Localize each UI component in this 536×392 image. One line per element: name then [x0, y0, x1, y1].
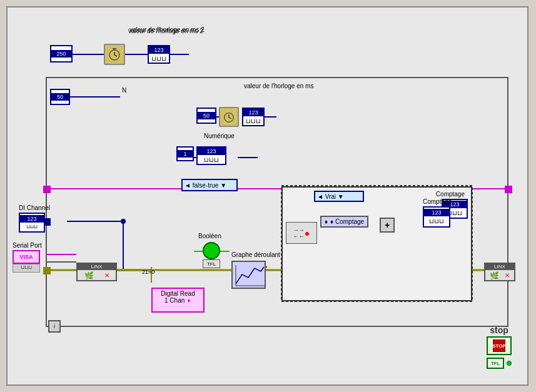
linx-close-x: ✕ [505, 272, 510, 279]
stop-tfl-display: TFL [487, 358, 504, 369]
linx-close-block[interactable]: LINX 🌿 ✕ [484, 263, 515, 281]
di-channel-block[interactable]: 123 ⊔⊔⊔ [19, 213, 45, 233]
linx-icon-stop: ✕ [104, 272, 109, 279]
comptage-display-outer: 123 ⊔⊔⊔ [423, 206, 450, 228]
serial-port-label: Serial Port [13, 242, 42, 249]
n-label: N [122, 87, 126, 94]
iteration-terminal: i [48, 320, 61, 333]
linx-open-block[interactable]: LINX 🌿 ✕ [76, 263, 117, 281]
value-21-0: 21=0 [142, 269, 154, 275]
boolean-indicator [203, 242, 220, 259]
svg-rect-23 [43, 267, 51, 274]
di-channel-label: DI Channel [19, 204, 50, 211]
visa-label: VISA [19, 254, 33, 260]
false-true-selector[interactable]: ◄ false-true ▼ [181, 179, 238, 191]
comptage-node-label: ♦ Comptage [330, 218, 364, 225]
constant-50-outer: 50 [50, 89, 70, 105]
iter-i-label: i [54, 323, 55, 329]
label-horloge-ms: valeur de l'horloge en ms [244, 83, 313, 89]
constant-50-inner: 50 [196, 108, 216, 124]
linx-close-icon: 🌿 [490, 271, 499, 280]
stop-label: stop [490, 325, 508, 335]
visa-block[interactable]: VISA [13, 250, 40, 264]
diagram-area: valeur de l'horloge en ms 2 250 123 ⊔⊔⊔ … [6, 6, 528, 386]
stop-button-area[interactable]: stop STOP TFL [487, 325, 512, 369]
serial-port-val: ⊔⊔⊔ [13, 264, 40, 273]
comptage-label-outer: Comptage [423, 198, 452, 205]
comptage-node-icon: ♦ [325, 218, 328, 225]
constant-250-label: 250 [51, 50, 71, 58]
digital-read-block[interactable]: Digital Read1 Chan ▼ [151, 288, 205, 313]
num-display-numerique: 123 ⊔⊔⊔ [196, 146, 226, 165]
svg-rect-22 [505, 186, 512, 193]
boolean-tfl: TFL [203, 259, 220, 268]
timer-block-inner[interactable] [219, 107, 239, 127]
svg-rect-21 [43, 186, 51, 193]
booleen-label: Booléen [198, 233, 221, 239]
label-horloge2: valeur de l'horloge en ms 2 [128, 28, 203, 34]
constant-1: 1 [176, 146, 194, 161]
stop-button[interactable]: STOP [487, 336, 512, 355]
num-display-outer-timer: 123 ⊔⊔⊔ [148, 45, 170, 64]
linx-icon-tree: 🌿 [84, 271, 94, 280]
timer-block-outer[interactable] [104, 44, 125, 65]
constant-250: 250 [50, 45, 73, 63]
digital-read-arrow: ▼ [186, 298, 191, 304]
stop-dot-indicator [507, 361, 512, 366]
label-numerique: Numérique [204, 133, 235, 139]
svg-point-34 [505, 186, 511, 192]
comptage-node[interactable]: ♦ ♦ Comptage [320, 216, 368, 228]
stop-icon: STOP [493, 339, 505, 352]
graph-block[interactable] [231, 261, 266, 289]
arrows-block: →→←← ● [286, 222, 317, 244]
graphe-label: Graphe déroulant [231, 251, 280, 258]
num-display-inner-timer: 123 ⊔⊔⊔ [242, 108, 265, 126]
svg-point-33 [121, 219, 126, 224]
vrai-selector[interactable]: ◄ Vrai ▼ [314, 191, 364, 202]
comptage-label-inner: Comptage [436, 191, 465, 198]
add-node: + [380, 218, 395, 233]
false-true-label: ◄ false-true ▼ [185, 182, 226, 189]
